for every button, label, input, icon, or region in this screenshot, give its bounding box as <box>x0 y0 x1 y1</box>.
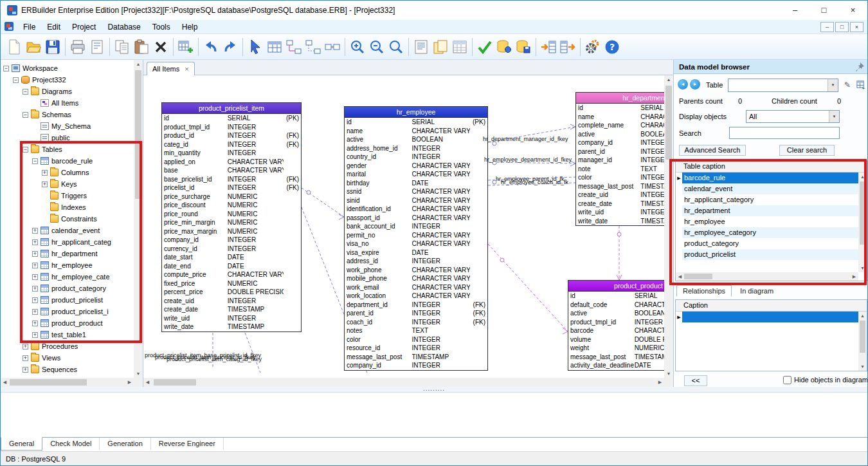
scroll-thumb[interactable] <box>10 379 87 386</box>
open-file-button[interactable] <box>24 37 43 57</box>
previous-object-button[interactable]: ◄ <box>678 79 688 89</box>
table-tool-button[interactable] <box>265 37 284 57</box>
table-list-item-product-pricelist[interactable]: product_pricelist <box>676 249 858 260</box>
database-save-button[interactable] <box>514 37 533 57</box>
identifying-relation-button[interactable] <box>284 37 303 57</box>
tree-item-procedures[interactable]: +Procedures <box>1 340 134 352</box>
copy-button[interactable] <box>113 37 132 57</box>
tree-item-calendar-event[interactable]: +calendar_event <box>1 225 134 236</box>
caption-list-item[interactable]: ▶ <box>676 312 858 322</box>
menu-file[interactable]: File <box>17 20 41 34</box>
undo-button[interactable] <box>201 37 221 57</box>
scroll-up-icon[interactable]: ▲ <box>858 172 867 181</box>
tree-expander-icon[interactable]: − <box>23 147 28 153</box>
tree-item-all-items[interactable]: All Items <box>1 97 134 109</box>
table-list-item-hr-department[interactable]: hr_department <box>676 205 858 216</box>
tree-item-tables[interactable]: −Tables <box>1 144 134 155</box>
goto-table-icon[interactable] <box>856 80 866 90</box>
print-preview-button[interactable] <box>87 37 107 57</box>
child-minimize-button[interactable]: – <box>820 22 834 32</box>
search-input[interactable] <box>729 127 840 139</box>
tree-expander-icon[interactable]: + <box>23 355 28 361</box>
hide-objects-checkbox[interactable] <box>783 376 791 384</box>
scroll-up-icon[interactable]: ▲ <box>858 312 867 320</box>
new-file-button[interactable] <box>5 37 24 57</box>
tab-relationships[interactable]: Relationships <box>676 285 732 297</box>
tree-item-constraints[interactable]: Constraints <box>1 213 134 225</box>
paste-button[interactable] <box>132 37 151 57</box>
tree-vertical-scrollbar[interactable]: ▲ ▼ <box>134 60 143 378</box>
scroll-down-icon[interactable]: ▼ <box>858 362 867 371</box>
tree-expander-icon[interactable]: + <box>32 286 38 292</box>
scroll-thumb[interactable] <box>154 379 196 386</box>
entity-hr-employee[interactable]: hr_employeeidSERIAL(PK)nameCHARACTER VAR… <box>344 106 488 371</box>
model-report-button[interactable] <box>411 37 431 57</box>
export-model-button[interactable] <box>558 37 577 57</box>
tree-item-hr-department[interactable]: +hr_department <box>1 248 134 259</box>
table-list-item-barcode-rule[interactable]: ▶barcode_rule <box>676 172 858 183</box>
tab-reverse-engineer[interactable]: Reverse Engineer <box>151 438 224 450</box>
tree-item-test-table1[interactable]: +test_table1 <box>1 329 134 340</box>
tree-expander-icon[interactable]: + <box>32 309 38 315</box>
canvas-vertical-scrollbar[interactable]: ▲ ▼ <box>664 75 673 378</box>
tree-expander-icon[interactable]: + <box>32 321 38 326</box>
tree-expander-icon[interactable]: − <box>23 89 28 95</box>
save-button[interactable] <box>43 37 62 57</box>
zoom-in-button[interactable] <box>348 37 367 57</box>
diagram-canvas[interactable]: product_pricelist_itemidSERIAL(PK)produc… <box>143 75 664 378</box>
scroll-up-icon[interactable]: ▲ <box>664 75 673 84</box>
menu-tools[interactable]: Tools <box>147 20 176 34</box>
tree-expander-icon[interactable]: + <box>32 251 38 257</box>
tree-expander-icon[interactable]: + <box>32 263 38 268</box>
tree-expander-icon[interactable]: + <box>32 297 38 303</box>
pin-icon[interactable] <box>854 62 865 72</box>
scroll-right-icon[interactable]: ▶ <box>850 272 858 281</box>
collapse-panel-button[interactable]: << <box>684 375 707 386</box>
tree-item-columns[interactable]: +Columns <box>1 167 134 178</box>
entity-hr-department[interactable]: hr_departmentidSERIALnameCHARACTER VARYI… <box>575 92 664 226</box>
list-horizontal-scrollbar[interactable]: ◀ ▶ <box>676 272 858 281</box>
tree-expander-icon[interactable]: + <box>42 182 48 187</box>
tree-item-hr-applicant-categ[interactable]: +hr_applicant_categ <box>1 236 134 248</box>
table-list-item-hr-employee-category[interactable]: hr_employee_category <box>676 227 858 238</box>
schedule-button[interactable] <box>450 37 469 57</box>
canvas-horizontal-scrollbar[interactable]: ◀ ▶ <box>143 378 664 387</box>
tab-generation[interactable]: Generation <box>100 438 150 450</box>
scroll-thumb[interactable] <box>135 70 141 199</box>
scroll-down-icon[interactable]: ▼ <box>858 264 867 272</box>
tree-expander-icon[interactable]: + <box>23 344 28 350</box>
menu-edit[interactable]: Edit <box>41 20 66 34</box>
zoom-button[interactable] <box>386 37 406 57</box>
clear-search-button[interactable]: Clear search <box>779 145 835 156</box>
scroll-thumb[interactable] <box>684 274 712 279</box>
tree-item-public[interactable]: public <box>1 132 134 144</box>
tree-horizontal-scrollbar[interactable]: ◀ ▶ <box>1 378 134 387</box>
tab-general[interactable]: General <box>1 437 42 451</box>
tree-expander-icon[interactable]: − <box>3 66 9 71</box>
zoom-out-button[interactable] <box>367 37 386 57</box>
redo-button[interactable] <box>221 37 240 57</box>
tree-item-schemas[interactable]: −Schemas <box>1 109 134 120</box>
advanced-search-button[interactable]: Advanced Search <box>679 145 746 156</box>
edit-pencil-icon[interactable]: ✎ <box>842 80 853 90</box>
tree-item-diagrams[interactable]: −Diagrams <box>1 86 134 97</box>
tree-item-keys[interactable]: +Keys <box>1 178 134 190</box>
print-button[interactable] <box>68 37 87 57</box>
horizontal-splitter[interactable]: ......... <box>1 387 867 392</box>
table-list-item-product-category[interactable]: product_category <box>676 238 858 249</box>
tree-expander-icon[interactable]: − <box>13 77 19 83</box>
maximize-button[interactable]: □ <box>809 1 838 19</box>
tree-expander-icon[interactable]: − <box>23 112 28 118</box>
import-model-button[interactable] <box>539 37 558 57</box>
scroll-left-icon[interactable]: ◀ <box>1 378 9 387</box>
tree-item-sequences[interactable]: +Sequences <box>1 364 134 375</box>
help-button[interactable]: ? <box>602 37 622 57</box>
tree-item-product-pricelist-i[interactable]: +product_pricelist_i <box>1 306 134 317</box>
scroll-left-icon[interactable]: ◀ <box>143 378 152 387</box>
tree-item-hr-employee[interactable]: +hr_employee <box>1 259 134 271</box>
tree-item-product-category[interactable]: +product_category <box>1 283 134 294</box>
database-connect-button[interactable] <box>494 37 514 57</box>
tree-item-triggers[interactable]: Triggers <box>1 190 134 201</box>
entity-product-product[interactable]: product_productidSERIALdefault_codeCHARA… <box>568 280 664 371</box>
tree-expander-icon[interactable]: + <box>23 367 28 373</box>
